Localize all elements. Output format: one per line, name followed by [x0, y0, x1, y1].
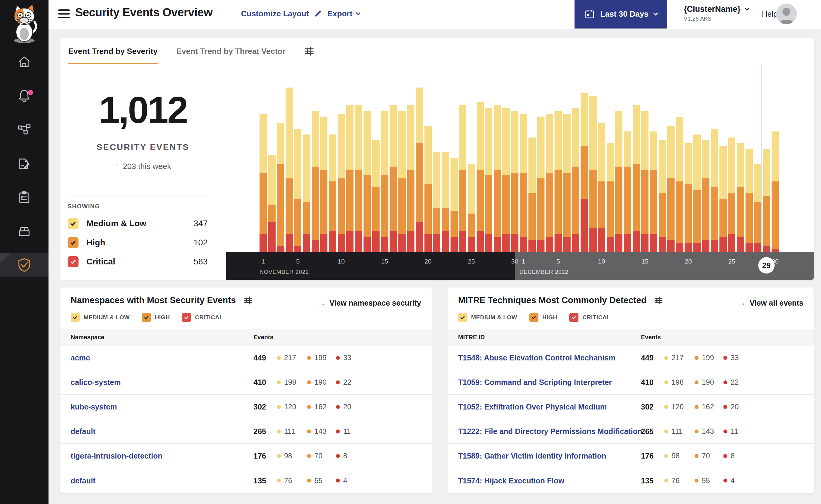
hamburger-menu-icon[interactable]	[58, 9, 70, 20]
severity-filter-1: HIGH	[529, 313, 557, 322]
stacked-bar-50	[693, 134, 701, 252]
medium-count: 76	[672, 476, 680, 485]
bar-segment-critical	[580, 199, 588, 252]
legend-checkbox-1[interactable]	[68, 237, 78, 248]
table-row-4: tigera-intrusion-detection17698708	[60, 444, 432, 468]
bar-segment-critical	[615, 234, 623, 252]
bar-segment-critical	[563, 237, 570, 252]
check-icon	[531, 315, 536, 320]
namespace-link[interactable]: tigera-intrusion-detection	[71, 452, 162, 460]
bar-segment-medium	[580, 93, 588, 146]
bar-segment-medium	[693, 134, 701, 190]
namespace-link[interactable]: default	[71, 427, 95, 436]
mitre-technique-link[interactable]: T1222: File and Directory Permissions Mo…	[458, 427, 642, 436]
view-all-events-link[interactable]: → View all events	[738, 298, 803, 308]
bar-segment-critical	[416, 222, 423, 252]
critical-dot	[336, 405, 340, 409]
tab-event-trend-by-threat-vector[interactable]: Event Trend by Threat Vector	[176, 38, 286, 64]
bar-segment-medium	[355, 105, 362, 170]
cluster-selector[interactable]: {ClusterName} V1.26 AKS	[684, 5, 749, 22]
filter-checkbox-2[interactable]	[182, 313, 191, 322]
export-button[interactable]: Export	[327, 9, 360, 18]
bar-segment-medium	[546, 114, 553, 173]
critical-dot	[723, 405, 727, 409]
customize-layout-button[interactable]: Customize Layout	[241, 9, 322, 18]
mitre-settings-icon[interactable]	[654, 296, 663, 305]
edit-document-icon	[17, 157, 32, 171]
bar-segment-critical	[546, 237, 553, 252]
bar-segment-high	[772, 181, 779, 249]
bar-segment-medium	[502, 108, 510, 176]
high-count-group: 199	[695, 353, 714, 362]
bar-segment-medium	[772, 131, 779, 181]
sidebar-item-service-graph[interactable]	[0, 118, 48, 141]
namespaces-settings-icon[interactable]	[243, 296, 253, 305]
trend-settings-icon[interactable]	[304, 46, 315, 57]
critical-count: 33	[731, 353, 739, 362]
check-icon	[144, 315, 149, 320]
filter-checkbox-1[interactable]	[142, 313, 151, 322]
legend-checkbox-0[interactable]	[68, 218, 78, 229]
filter-checkbox-0[interactable]	[71, 313, 80, 322]
tab-event-trend-by-severity[interactable]: Event Trend by Severity	[68, 38, 158, 64]
sidebar-item-compliance[interactable]	[0, 185, 48, 209]
axis-tick-nov-20: 20	[424, 258, 431, 265]
column-header-events: Events	[641, 329, 661, 346]
export-label: Export	[327, 9, 352, 18]
user-avatar[interactable]	[776, 4, 797, 24]
namespace-link[interactable]: kube-system	[71, 403, 117, 411]
sidebar-item-workloads[interactable]	[0, 219, 48, 243]
sidebar-item-home[interactable]	[0, 50, 48, 74]
sidebar-item-threat-defense[interactable]	[0, 253, 48, 277]
bar-segment-high	[546, 173, 553, 237]
table-row-2: kube-system30212016220	[60, 395, 432, 419]
mitre-technique-link[interactable]: T1589: Gather Victim Identity Informatio…	[458, 452, 606, 460]
bar-segment-high	[676, 181, 683, 243]
mitre-technique-link[interactable]: T1052: Exfiltration Over Physical Medium	[458, 403, 606, 411]
stacked-bar-42	[624, 131, 631, 252]
stacked-bar-45	[650, 131, 657, 252]
high-dot	[695, 429, 699, 433]
high-count-group: 199	[307, 353, 327, 362]
bar-segment-medium	[598, 123, 605, 181]
filter-checkbox-2[interactable]	[569, 313, 578, 322]
view-namespace-security-link[interactable]: → View namespace security	[318, 298, 421, 308]
date-range-button[interactable]: Last 30 Days	[574, 0, 667, 28]
filter-checkbox-1[interactable]	[529, 313, 538, 322]
namespace-link[interactable]: calico-system	[71, 378, 121, 387]
bar-segment-medium	[407, 105, 414, 170]
bar-segment-high	[277, 164, 284, 246]
weekly-delta: ↑203 this week	[60, 161, 226, 171]
bar-segment-critical	[528, 240, 536, 252]
bar-segment-high	[624, 167, 631, 234]
high-dot	[695, 454, 699, 458]
high-count-group: 143	[307, 427, 327, 436]
sidebar-item-policies[interactable]	[0, 152, 48, 176]
selected-day-badge: 29	[758, 257, 775, 274]
service-graph-icon	[17, 122, 32, 137]
total-events: 176	[254, 452, 266, 460]
bar-segment-medium	[520, 114, 527, 173]
bar-segment-critical	[554, 234, 562, 252]
filter-checkbox-0[interactable]	[458, 313, 467, 322]
mitre-technique-link[interactable]: T1059: Command and Scripting Interpreter	[458, 378, 612, 387]
bar-segment-critical	[372, 231, 380, 252]
mitre-technique-link[interactable]: T1548: Abuse Elevation Control Mechanism	[458, 353, 615, 362]
bar-segment-high	[407, 170, 414, 231]
help-link[interactable]: Help	[762, 10, 777, 18]
namespace-link[interactable]: default	[71, 476, 95, 485]
calico-cat-logo	[0, 2, 48, 44]
legend-checkbox-2[interactable]	[68, 256, 78, 267]
bar-segment-medium	[494, 105, 501, 170]
pencil-icon	[313, 9, 322, 18]
bar-segment-medium	[737, 143, 744, 187]
bar-segment-medium	[572, 108, 579, 167]
bar-segment-medium	[702, 140, 710, 178]
bar-segment-high	[390, 167, 397, 231]
sidebar-item-alerts[interactable]	[0, 83, 48, 107]
high-count: 143	[314, 427, 327, 436]
chevron-down-icon	[356, 11, 361, 15]
mitre-technique-link[interactable]: T1574: Hijack Execution Flow	[458, 476, 564, 485]
namespace-link[interactable]: acme	[71, 353, 90, 362]
bar-segment-critical	[312, 240, 319, 252]
